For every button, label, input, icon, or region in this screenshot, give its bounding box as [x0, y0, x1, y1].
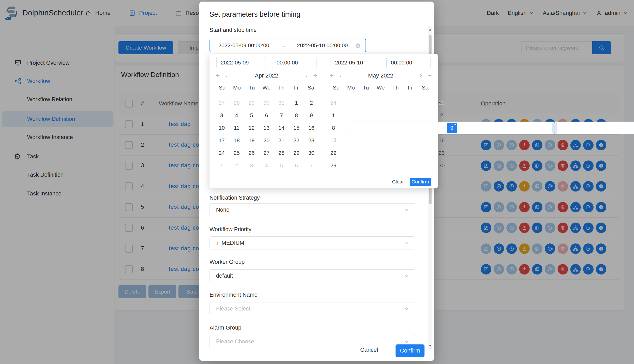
calendar-day-8[interactable]: 8	[328, 123, 339, 133]
calendar-day: 1	[214, 159, 229, 172]
calendar-day-12[interactable]: 12	[246, 123, 257, 133]
clear-range-icon[interactable]	[355, 43, 361, 49]
calendar-day: 17	[214, 134, 229, 147]
calendar-day: 31	[545, 159, 634, 172]
calendar-day: 5	[274, 159, 289, 172]
calendar-day-28[interactable]: 28	[276, 148, 287, 158]
worker-group-select[interactable]: default	[210, 269, 415, 282]
calendar-day-17[interactable]: 17	[217, 135, 227, 146]
calendar-day-15[interactable]: 15	[328, 135, 339, 146]
calendar-day: 23	[339, 147, 545, 159]
calendar-day-9[interactable]: 9	[447, 123, 457, 133]
calendar-day-5[interactable]: 5	[246, 110, 257, 121]
calendar-day-9[interactable]: 9	[306, 110, 316, 121]
start-time-input[interactable]: 00:00:00	[272, 57, 316, 68]
notification-strategy-value: None	[216, 207, 229, 213]
calendar-day-7[interactable]: 7	[306, 160, 316, 171]
calendar-day-28[interactable]: 28	[231, 98, 242, 108]
calendar-day-24[interactable]: 24	[217, 148, 227, 158]
calendar-day-24[interactable]: 24	[328, 98, 339, 108]
calendar-day-23[interactable]: 23	[306, 135, 316, 146]
calendar-day-19[interactable]: 19	[246, 135, 257, 146]
calendar-day: 22	[328, 147, 339, 159]
workflow-priority-label: Workflow Priority	[210, 226, 252, 233]
calendar-day-21[interactable]: 21	[276, 135, 287, 146]
calendar-day-4[interactable]: 4	[261, 160, 272, 171]
calendar-day-16[interactable]: 16	[306, 123, 316, 133]
start-date-input[interactable]: 2022-05-09	[216, 57, 266, 68]
calendar-day-30[interactable]: 30	[261, 98, 272, 108]
chevron-down-icon	[404, 306, 409, 312]
calendar-day-25[interactable]: 25	[231, 148, 242, 158]
calendar-day-26[interactable]: 26	[246, 148, 257, 158]
calendar-day-6[interactable]: 6	[291, 160, 302, 171]
calendar-day-10[interactable]: 10	[217, 123, 227, 133]
calendar-day: 18	[229, 134, 244, 147]
calendar-day-7[interactable]: 7	[276, 110, 287, 121]
calendar-day-29[interactable]: 29	[328, 160, 339, 171]
calendar-day: 1	[289, 97, 304, 109]
calendar-day-2[interactable]: 2	[306, 98, 316, 108]
prev-icon[interactable]	[338, 73, 343, 78]
calendar-day-1[interactable]: 1	[291, 98, 302, 108]
calendar-header: May 2022	[324, 70, 438, 81]
calendar-day-1[interactable]: 1	[217, 160, 227, 171]
notification-strategy-select[interactable]: None	[210, 203, 415, 216]
next-icon[interactable]	[418, 73, 423, 78]
fast-next-icon[interactable]	[427, 73, 432, 78]
calendar-day-3[interactable]: 3	[246, 160, 257, 171]
calendar-day-16[interactable]: 16	[436, 135, 447, 146]
calendar-day: 29	[328, 159, 339, 172]
date-range-input[interactable]: 2022-05-09 00:00:00 → 2022-05-10 00:00:0…	[210, 39, 366, 52]
weekday-label: Mo	[344, 81, 358, 94]
calendar-day-15[interactable]: 15	[291, 123, 302, 133]
calendar-day-2[interactable]: 2	[231, 160, 242, 171]
calendar-day-27[interactable]: 27	[217, 98, 227, 108]
calendar-day-29[interactable]: 29	[291, 148, 302, 158]
calendar-day-30[interactable]: 30	[306, 148, 316, 158]
end-time-input[interactable]: 00:00:00	[386, 57, 431, 68]
fast-next-icon[interactable]	[313, 73, 318, 78]
calendar-day-27[interactable]: 27	[261, 148, 272, 158]
end-date-input[interactable]: 2022-05-10	[331, 57, 380, 68]
calendar-day-1[interactable]: 1	[328, 110, 339, 121]
weekday-label: Tu	[244, 81, 259, 94]
calendar-day-3[interactable]: 3	[217, 110, 227, 121]
workflow-priority-select[interactable]: ↑ MEDIUM	[210, 236, 415, 249]
calendar-day-29[interactable]: 29	[246, 98, 257, 108]
calendar-day-31[interactable]: 31	[276, 98, 287, 108]
calendar-day-25[interactable]: 25	[436, 98, 447, 108]
calendar-day: 6	[259, 109, 274, 122]
calendar-day-20[interactable]: 20	[261, 135, 272, 146]
calendar-day-2[interactable]: 2	[436, 110, 447, 121]
next-icon[interactable]	[304, 73, 309, 78]
weekday-label: Sa	[303, 81, 318, 94]
calendar-day: 4	[259, 159, 274, 172]
fast-prev-icon[interactable]	[215, 73, 220, 78]
calendar-day: 20	[259, 134, 274, 147]
datepicker-confirm-button[interactable]: Confirm	[410, 178, 431, 186]
calendar-day-30[interactable]: 30	[436, 160, 447, 171]
calendar-day-4[interactable]: 4	[231, 110, 242, 121]
calendar-day-6[interactable]: 6	[261, 110, 272, 121]
calendar-day-13[interactable]: 13	[261, 123, 272, 133]
environment-name-select[interactable]: Please Select	[210, 302, 415, 315]
calendar-day: 8	[289, 109, 304, 122]
scroll-up-icon[interactable]: ▲	[428, 26, 432, 32]
fast-prev-icon[interactable]	[329, 73, 334, 78]
cancel-button[interactable]: Cancel	[360, 347, 378, 353]
calendar-day-5[interactable]: 5	[276, 160, 287, 171]
confirm-button[interactable]: Confirm	[396, 344, 424, 357]
clear-button[interactable]: Clear	[390, 178, 406, 186]
calendar-day-14[interactable]: 14	[276, 123, 287, 133]
calendar-day-11[interactable]: 11	[231, 123, 242, 133]
calendar-day-8[interactable]: 8	[291, 110, 302, 121]
calendar-day-23[interactable]: 23	[436, 148, 447, 158]
range-start-value: 2022-05-09 00:00:00	[218, 42, 269, 49]
prev-icon[interactable]	[224, 73, 229, 78]
calendar-day-22[interactable]: 22	[291, 135, 302, 146]
calendar-day-18[interactable]: 18	[231, 135, 242, 146]
calendar-day: 12	[244, 122, 259, 134]
calendar-day-22[interactable]: 22	[328, 148, 339, 158]
worker-group-label: Worker Group	[210, 259, 245, 265]
